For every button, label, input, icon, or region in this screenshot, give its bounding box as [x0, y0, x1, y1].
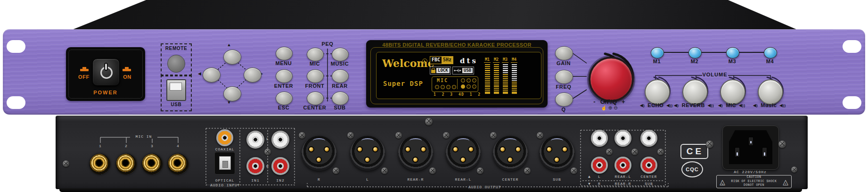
q-button[interactable] [555, 92, 573, 107]
caution-line-3: DONOT OPEN [731, 184, 777, 188]
speaker-low-icon: ◀) [674, 103, 679, 108]
nav-down-button[interactable] [223, 86, 241, 101]
screw [778, 141, 786, 148]
mic-jack-1 [90, 154, 110, 175]
display-meters: M1M2M3M4 [484, 57, 517, 94]
mic-volume-knob[interactable] [720, 79, 745, 105]
screw [477, 167, 483, 174]
screw [490, 132, 497, 139]
rca-out-sub [640, 157, 657, 174]
zoom-out-icon: ⊖ [614, 105, 617, 110]
chassis-top [0, 0, 868, 30]
m2-label: M2 [685, 58, 704, 64]
nav-left-button[interactable] [203, 67, 221, 83]
menu-button[interactable] [276, 47, 293, 60]
xlr-l [350, 136, 385, 171]
in2-left-jack [271, 131, 289, 149]
enter-label: ENTER [270, 83, 298, 89]
reverb-label: REVERB [682, 102, 705, 108]
enter-button[interactable] [276, 69, 293, 83]
screw [657, 149, 664, 155]
usb-state-label: USB [462, 68, 473, 73]
lock-badge: LOCK [430, 67, 451, 75]
mic-block-label: MIC [437, 78, 448, 83]
peq-center-button[interactable] [307, 92, 324, 105]
gain-button[interactable] [555, 46, 573, 60]
meter-column: M4 [511, 57, 517, 94]
digit-numbers: D 1 2 [461, 92, 482, 97]
hand-pointer-icon: ☝ [601, 105, 606, 110]
mic-in-1: 1 [96, 144, 105, 148]
peq-sub-button[interactable] [332, 92, 349, 105]
screw [571, 167, 577, 174]
peq-center-label: CENTER [301, 105, 329, 110]
rack-hole [7, 96, 25, 109]
freq-label: FREQ [549, 84, 578, 90]
reverb-volume-knob[interactable] [682, 79, 708, 105]
xlr-rear-r [398, 136, 433, 171]
peq-sub-label: SUB [326, 105, 354, 110]
nav-up-button[interactable] [223, 50, 241, 65]
gfq-hint-icons: ☝ ⊕ ⊖ [581, 105, 638, 110]
minus-label: - [593, 98, 595, 105]
tagline-text: Super DSP [383, 80, 423, 87]
xlr-rear-l-label: REAR-L [444, 177, 482, 182]
peq-music-label: MUSIC [326, 61, 354, 67]
m3-led-button[interactable] [726, 47, 739, 58]
caution-plate: △ϟ CAUTION RISK OF ELECTRIC SHOCK DONOT … [716, 175, 792, 188]
screw [606, 149, 613, 155]
arrow-left-icon: ◀ [198, 71, 201, 76]
arrow-down-mark: ▼ [587, 182, 592, 186]
mic-in-3: 3 [147, 144, 157, 148]
off-label: OFF [74, 74, 94, 80]
m4-led-button[interactable] [764, 47, 777, 58]
peq-music-button[interactable] [332, 48, 349, 61]
audio-input-label: AUDIO INPUT [210, 183, 237, 187]
m3-label: M3 [723, 58, 742, 64]
peq-front-button[interactable] [307, 69, 324, 83]
gfq-knob-caption: - G/F/Q + [581, 98, 638, 105]
peq-rear-button[interactable] [332, 69, 349, 83]
freq-button[interactable] [555, 70, 573, 84]
usb-port[interactable] [166, 79, 186, 101]
m4-label: M4 [761, 58, 779, 64]
speaker-high-icon: ◀)) [779, 103, 786, 108]
m1-led-button[interactable] [651, 47, 664, 58]
music-caption: ◀) Music ◀)) [744, 102, 795, 108]
rca-out-rear-l [614, 130, 631, 147]
screw [706, 141, 713, 148]
screw [299, 132, 305, 139]
screw [264, 149, 271, 155]
esc-button[interactable] [276, 92, 293, 105]
ce-mark: CE [680, 144, 708, 159]
in1-left-jack [246, 131, 264, 149]
speaker-low-icon: ◀) [718, 103, 723, 108]
lock-icon [431, 70, 435, 73]
music-volume-knob[interactable] [758, 79, 783, 105]
electric-warning-icon: △ϟ [719, 178, 726, 185]
caution-line-2: RISK OF ELECTRIC SHOCK [731, 180, 777, 184]
input-r-label: R [265, 164, 270, 168]
meter-column: M2 [493, 57, 500, 94]
power-button[interactable] [92, 58, 120, 86]
m1-label: M1 [647, 58, 666, 64]
screw [791, 167, 797, 173]
remote-label: REMOTE [162, 46, 191, 51]
peq-mic-button[interactable] [307, 48, 324, 61]
m2-led-button[interactable] [688, 47, 702, 58]
rca-out-r [591, 157, 608, 174]
gfq-knob[interactable] [589, 57, 634, 102]
in2-right-jack [271, 157, 289, 175]
nav-right-button[interactable] [244, 67, 262, 83]
mic-jack-2 [116, 154, 137, 175]
rack-hole [843, 40, 861, 53]
coaxial-jack [216, 129, 233, 146]
mic-in-4: 4 [173, 144, 183, 148]
screw [381, 167, 388, 174]
rca-out-l [591, 130, 608, 147]
screw [537, 132, 543, 139]
screw [429, 167, 436, 174]
on-label: ON [117, 74, 138, 80]
echo-volume-knob[interactable] [645, 79, 670, 105]
ac-inlet [722, 125, 779, 170]
